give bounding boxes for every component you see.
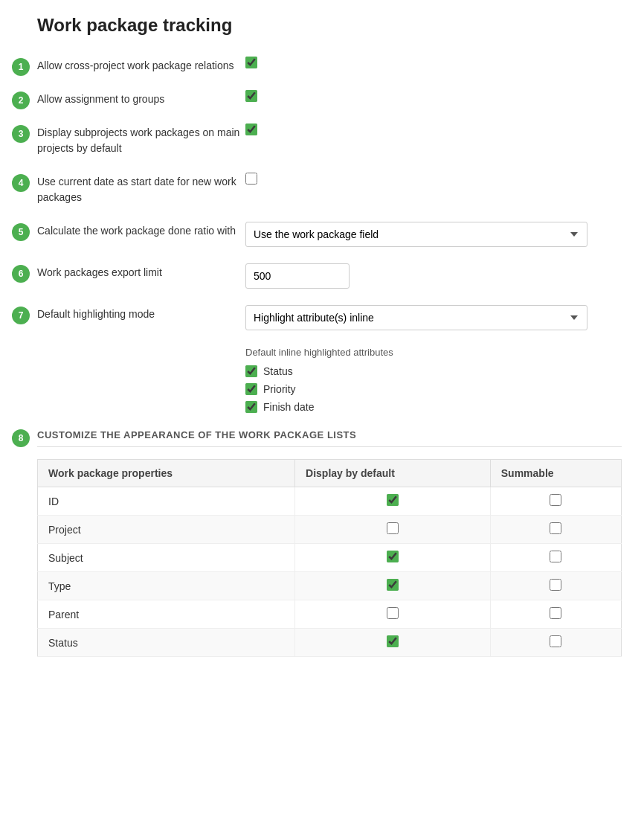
- setting-control-5: Use the work package field Use the statu…: [245, 222, 622, 247]
- display-checkbox-subject[interactable]: [387, 551, 399, 562]
- display-type: [295, 572, 491, 600]
- setting-number-1: 1: [12, 58, 30, 76]
- section-8-header: 8 CUSTOMIZE THE APPEARANCE OF THE WORK P…: [37, 429, 622, 447]
- setting-row-3: 3 Display subprojects work packages on m…: [37, 124, 622, 156]
- summable-id: [490, 487, 621, 516]
- inline-attr-row-finish-date: Finish date: [245, 401, 622, 413]
- table-row: Project: [38, 516, 622, 544]
- summable-type: [490, 572, 621, 600]
- done-ratio-select[interactable]: Use the work package field Use the statu…: [245, 222, 587, 247]
- display-status: [295, 629, 491, 657]
- setting-label-3: Display subprojects work packages on mai…: [37, 124, 245, 156]
- display-project: [295, 516, 491, 544]
- setting-row-4: 4 Use current date as start date for new…: [37, 173, 622, 205]
- inline-attributes-section: Default inline highlighted attributes St…: [245, 347, 622, 413]
- checkbox-wrapper-1[interactable]: [245, 57, 257, 68]
- display-checkbox-id[interactable]: [387, 494, 399, 506]
- highlighting-mode-select[interactable]: Highlight attribute(s) inline Highlight …: [245, 305, 587, 330]
- inline-attr-label-priority: Priority: [263, 383, 296, 395]
- summable-checkbox-subject[interactable]: [550, 551, 561, 562]
- setting-row-2: 2 Allow assignment to groups: [37, 90, 622, 107]
- setting-control-7: Highlight attribute(s) inline Highlight …: [245, 305, 622, 330]
- inline-attr-label-finish-date: Finish date: [263, 401, 314, 413]
- col-header-display: Display by default: [295, 460, 491, 487]
- page-container: Work package tracking 1 Allow cross-proj…: [0, 0, 644, 679]
- property-status: Status: [38, 629, 295, 657]
- display-checkbox-type[interactable]: [387, 579, 399, 591]
- inline-attributes-label: Default inline highlighted attributes: [245, 347, 622, 358]
- setting-label-5: Calculate the work package done ratio wi…: [37, 222, 245, 239]
- setting-number-7: 7: [12, 307, 30, 324]
- table-header-row: Work package properties Display by defau…: [38, 460, 622, 487]
- summable-parent: [490, 600, 621, 629]
- display-subject: [295, 544, 491, 572]
- checkbox-wrapper-4[interactable]: [245, 173, 257, 185]
- property-project: Project: [38, 516, 295, 544]
- checkbox-2[interactable]: [245, 90, 257, 102]
- property-subject: Subject: [38, 544, 295, 572]
- page-title: Work package tracking: [37, 15, 622, 36]
- setting-row-1: 1 Allow cross-project work package relat…: [37, 57, 622, 74]
- summable-status: [490, 629, 621, 657]
- setting-row-7: 7 Default highlighting mode Highlight at…: [37, 305, 622, 330]
- summable-checkbox-id[interactable]: [550, 494, 561, 506]
- table-row: Status: [38, 629, 622, 657]
- inline-attr-label-status: Status: [263, 365, 293, 377]
- setting-number-2: 2: [12, 92, 30, 109]
- inline-attr-checkbox-priority[interactable]: [245, 383, 257, 395]
- summable-project: [490, 516, 621, 544]
- col-header-summable: Summable: [490, 460, 621, 487]
- setting-row-6: 6 Work packages export limit: [37, 263, 622, 289]
- setting-number-6: 6: [12, 265, 30, 283]
- setting-label-7: Default highlighting mode: [37, 305, 245, 322]
- setting-row-5: 5 Calculate the work package done ratio …: [37, 222, 622, 247]
- property-type: Type: [38, 572, 295, 600]
- inline-attr-checkbox-finish-date[interactable]: [245, 401, 257, 413]
- setting-label-4: Use current date as start date for new w…: [37, 173, 245, 205]
- wp-properties-table: Work package properties Display by defau…: [37, 459, 622, 657]
- checkbox-1[interactable]: [245, 57, 257, 68]
- setting-control-2: [245, 90, 622, 102]
- display-checkbox-parent[interactable]: [387, 607, 399, 619]
- summable-checkbox-type[interactable]: [550, 579, 561, 591]
- setting-number-8: 8: [12, 429, 30, 447]
- setting-number-5: 5: [12, 223, 30, 241]
- inline-attr-row-status: Status: [245, 365, 622, 377]
- checkbox-wrapper-2[interactable]: [245, 90, 257, 102]
- table-row: Subject: [38, 544, 622, 572]
- summable-checkbox-status[interactable]: [550, 635, 561, 647]
- table-row: ID: [38, 487, 622, 516]
- export-limit-input[interactable]: [245, 263, 350, 289]
- checkbox-4[interactable]: [245, 173, 257, 185]
- section-8-title: CUSTOMIZE THE APPEARANCE OF THE WORK PAC…: [37, 429, 622, 447]
- setting-number-4: 4: [12, 174, 30, 192]
- setting-label-6: Work packages export limit: [37, 263, 245, 280]
- setting-control-4: [245, 173, 622, 185]
- summable-checkbox-parent[interactable]: [550, 607, 561, 619]
- table-row: Parent: [38, 600, 622, 629]
- display-checkbox-project[interactable]: [387, 522, 399, 534]
- checkbox-wrapper-3[interactable]: [245, 124, 257, 135]
- summable-checkbox-project[interactable]: [550, 522, 561, 534]
- display-parent: [295, 600, 491, 629]
- setting-control-3: [245, 124, 622, 135]
- setting-control-6: [245, 263, 622, 289]
- inline-attr-row-priority: Priority: [245, 383, 622, 395]
- inline-attr-checkbox-status[interactable]: [245, 365, 257, 377]
- display-id: [295, 487, 491, 516]
- property-id: ID: [38, 487, 295, 516]
- setting-control-1: [245, 57, 622, 68]
- display-checkbox-status[interactable]: [387, 635, 399, 647]
- setting-number-3: 3: [12, 125, 30, 143]
- table-row: Type: [38, 572, 622, 600]
- col-header-properties: Work package properties: [38, 460, 295, 487]
- property-parent: Parent: [38, 600, 295, 629]
- setting-label-2: Allow assignment to groups: [37, 90, 245, 107]
- setting-label-1: Allow cross-project work package relatio…: [37, 57, 245, 74]
- summable-subject: [490, 544, 621, 572]
- checkbox-3[interactable]: [245, 124, 257, 135]
